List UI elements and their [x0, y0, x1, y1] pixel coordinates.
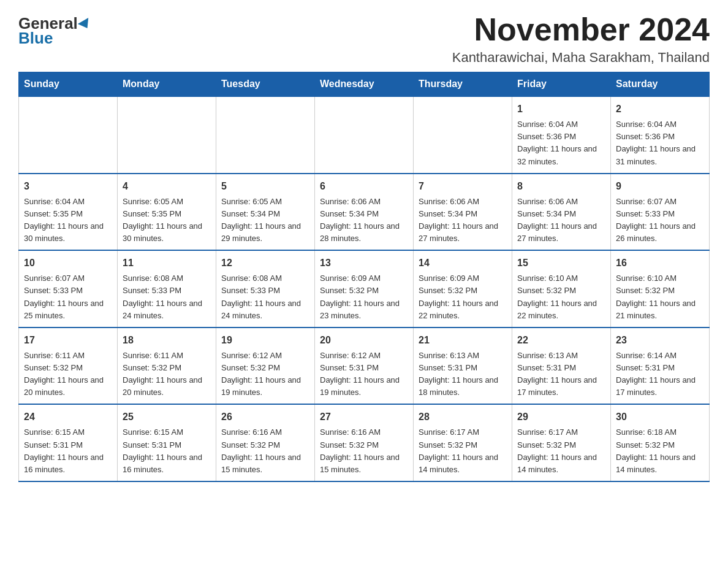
calendar-cell: 16Sunrise: 6:10 AM Sunset: 5:32 PM Dayli… — [611, 250, 710, 327]
calendar-cell: 5Sunrise: 6:05 AM Sunset: 5:34 PM Daylig… — [216, 174, 315, 251]
day-info: Sunrise: 6:05 AM Sunset: 5:34 PM Dayligh… — [221, 196, 309, 245]
calendar-cell — [118, 96, 216, 174]
day-info: Sunrise: 6:11 AM Sunset: 5:32 PM Dayligh… — [123, 350, 211, 399]
day-info: Sunrise: 6:05 AM Sunset: 5:35 PM Dayligh… — [123, 196, 211, 245]
day-number: 4 — [123, 179, 211, 194]
calendar-cell: 1Sunrise: 6:04 AM Sunset: 5:36 PM Daylig… — [512, 96, 611, 174]
day-info: Sunrise: 6:06 AM Sunset: 5:34 PM Dayligh… — [419, 196, 507, 245]
calendar-cell: 26Sunrise: 6:16 AM Sunset: 5:32 PM Dayli… — [216, 404, 315, 481]
day-info: Sunrise: 6:10 AM Sunset: 5:32 PM Dayligh… — [616, 272, 704, 322]
day-number: 13 — [320, 256, 408, 270]
day-info: Sunrise: 6:12 AM Sunset: 5:31 PM Dayligh… — [320, 350, 408, 399]
calendar-cell: 6Sunrise: 6:06 AM Sunset: 5:34 PM Daylig… — [315, 174, 414, 251]
location-subtitle: Kantharawichai, Maha Sarakham, Thailand — [452, 50, 710, 66]
calendar-cell: 19Sunrise: 6:12 AM Sunset: 5:32 PM Dayli… — [216, 327, 315, 405]
day-number: 11 — [123, 256, 211, 270]
day-number: 6 — [320, 179, 408, 194]
day-info: Sunrise: 6:07 AM Sunset: 5:33 PM Dayligh… — [24, 272, 112, 322]
calendar-cell: 3Sunrise: 6:04 AM Sunset: 5:35 PM Daylig… — [19, 174, 118, 251]
day-info: Sunrise: 6:16 AM Sunset: 5:32 PM Dayligh… — [320, 426, 408, 476]
calendar-cell — [19, 96, 118, 174]
calendar-cell: 12Sunrise: 6:08 AM Sunset: 5:33 PM Dayli… — [216, 250, 315, 327]
day-info: Sunrise: 6:17 AM Sunset: 5:32 PM Dayligh… — [419, 426, 507, 476]
day-header-thursday: Thursday — [414, 72, 512, 97]
calendar-cell — [315, 96, 414, 174]
day-info: Sunrise: 6:06 AM Sunset: 5:34 PM Dayligh… — [320, 196, 408, 245]
day-info: Sunrise: 6:06 AM Sunset: 5:34 PM Dayligh… — [517, 196, 605, 245]
calendar-week-row: 10Sunrise: 6:07 AM Sunset: 5:33 PM Dayli… — [19, 250, 710, 327]
calendar-cell: 15Sunrise: 6:10 AM Sunset: 5:32 PM Dayli… — [512, 250, 611, 327]
day-number: 27 — [320, 410, 408, 424]
day-header-saturday: Saturday — [611, 72, 710, 97]
day-number: 29 — [517, 410, 605, 424]
day-info: Sunrise: 6:08 AM Sunset: 5:33 PM Dayligh… — [221, 272, 309, 322]
title-section: November 2024 Kantharawichai, Maha Sarak… — [452, 12, 710, 66]
calendar-cell: 8Sunrise: 6:06 AM Sunset: 5:34 PM Daylig… — [512, 174, 611, 251]
calendar-cell: 9Sunrise: 6:07 AM Sunset: 5:33 PM Daylig… — [611, 174, 710, 251]
day-info: Sunrise: 6:18 AM Sunset: 5:32 PM Dayligh… — [616, 426, 704, 476]
day-number: 18 — [123, 333, 211, 348]
day-info: Sunrise: 6:11 AM Sunset: 5:32 PM Dayligh… — [24, 350, 112, 399]
calendar-week-row: 17Sunrise: 6:11 AM Sunset: 5:32 PM Dayli… — [19, 327, 710, 405]
day-number: 23 — [616, 333, 704, 348]
calendar-week-row: 1Sunrise: 6:04 AM Sunset: 5:36 PM Daylig… — [19, 96, 710, 174]
day-header-wednesday: Wednesday — [315, 72, 414, 97]
calendar-table: SundayMondayTuesdayWednesdayThursdayFrid… — [18, 72, 710, 482]
logo-arrow-icon — [78, 18, 93, 31]
day-info: Sunrise: 6:15 AM Sunset: 5:31 PM Dayligh… — [24, 426, 112, 476]
calendar-cell: 18Sunrise: 6:11 AM Sunset: 5:32 PM Dayli… — [118, 327, 216, 405]
day-number: 24 — [24, 410, 112, 424]
day-info: Sunrise: 6:13 AM Sunset: 5:31 PM Dayligh… — [517, 350, 605, 399]
page-header: General Blue November 2024 Kantharawicha… — [18, 12, 710, 66]
day-header-friday: Friday — [512, 72, 611, 97]
day-number: 1 — [517, 102, 605, 117]
day-info: Sunrise: 6:07 AM Sunset: 5:33 PM Dayligh… — [616, 196, 704, 245]
calendar-cell — [216, 96, 315, 174]
day-number: 14 — [419, 256, 507, 270]
day-number: 10 — [24, 256, 112, 270]
calendar-cell: 27Sunrise: 6:16 AM Sunset: 5:32 PM Dayli… — [315, 404, 414, 481]
day-number: 22 — [517, 333, 605, 348]
calendar-cell: 2Sunrise: 6:04 AM Sunset: 5:36 PM Daylig… — [611, 96, 710, 174]
day-number: 15 — [517, 256, 605, 270]
day-number: 30 — [616, 410, 704, 424]
day-number: 2 — [616, 102, 704, 117]
calendar-cell: 29Sunrise: 6:17 AM Sunset: 5:32 PM Dayli… — [512, 404, 611, 481]
calendar-cell: 30Sunrise: 6:18 AM Sunset: 5:32 PM Dayli… — [611, 404, 710, 481]
logo-blue: Blue — [18, 30, 91, 46]
calendar-cell: 7Sunrise: 6:06 AM Sunset: 5:34 PM Daylig… — [414, 174, 512, 251]
day-info: Sunrise: 6:17 AM Sunset: 5:32 PM Dayligh… — [517, 426, 605, 476]
day-number: 28 — [419, 410, 507, 424]
calendar-cell: 11Sunrise: 6:08 AM Sunset: 5:33 PM Dayli… — [118, 250, 216, 327]
month-title: November 2024 — [452, 12, 710, 47]
day-info: Sunrise: 6:12 AM Sunset: 5:32 PM Dayligh… — [221, 350, 309, 399]
calendar-cell: 4Sunrise: 6:05 AM Sunset: 5:35 PM Daylig… — [118, 174, 216, 251]
calendar-cell: 20Sunrise: 6:12 AM Sunset: 5:31 PM Dayli… — [315, 327, 414, 405]
calendar-week-row: 24Sunrise: 6:15 AM Sunset: 5:31 PM Dayli… — [19, 404, 710, 481]
day-number: 20 — [320, 333, 408, 348]
day-info: Sunrise: 6:04 AM Sunset: 5:36 PM Dayligh… — [517, 118, 605, 168]
calendar-cell: 21Sunrise: 6:13 AM Sunset: 5:31 PM Dayli… — [414, 327, 512, 405]
calendar-cell: 24Sunrise: 6:15 AM Sunset: 5:31 PM Dayli… — [19, 404, 118, 481]
day-number: 16 — [616, 256, 704, 270]
day-header-tuesday: Tuesday — [216, 72, 315, 97]
day-info: Sunrise: 6:13 AM Sunset: 5:31 PM Dayligh… — [419, 350, 507, 399]
calendar-cell: 23Sunrise: 6:14 AM Sunset: 5:31 PM Dayli… — [611, 327, 710, 405]
calendar-cell: 13Sunrise: 6:09 AM Sunset: 5:32 PM Dayli… — [315, 250, 414, 327]
day-info: Sunrise: 6:09 AM Sunset: 5:32 PM Dayligh… — [419, 272, 507, 322]
day-number: 21 — [419, 333, 507, 348]
calendar-cell: 25Sunrise: 6:15 AM Sunset: 5:31 PM Dayli… — [118, 404, 216, 481]
calendar-cell: 28Sunrise: 6:17 AM Sunset: 5:32 PM Dayli… — [414, 404, 512, 481]
calendar-cell: 22Sunrise: 6:13 AM Sunset: 5:31 PM Dayli… — [512, 327, 611, 405]
day-number: 25 — [123, 410, 211, 424]
day-info: Sunrise: 6:15 AM Sunset: 5:31 PM Dayligh… — [123, 426, 211, 476]
day-number: 3 — [24, 179, 112, 194]
day-header-sunday: Sunday — [19, 72, 118, 97]
calendar-cell — [414, 96, 512, 174]
day-number: 9 — [616, 179, 704, 194]
calendar-cell: 14Sunrise: 6:09 AM Sunset: 5:32 PM Dayli… — [414, 250, 512, 327]
day-info: Sunrise: 6:14 AM Sunset: 5:31 PM Dayligh… — [616, 350, 704, 399]
day-number: 17 — [24, 333, 112, 348]
day-info: Sunrise: 6:16 AM Sunset: 5:32 PM Dayligh… — [221, 426, 309, 476]
calendar-cell: 10Sunrise: 6:07 AM Sunset: 5:33 PM Dayli… — [19, 250, 118, 327]
